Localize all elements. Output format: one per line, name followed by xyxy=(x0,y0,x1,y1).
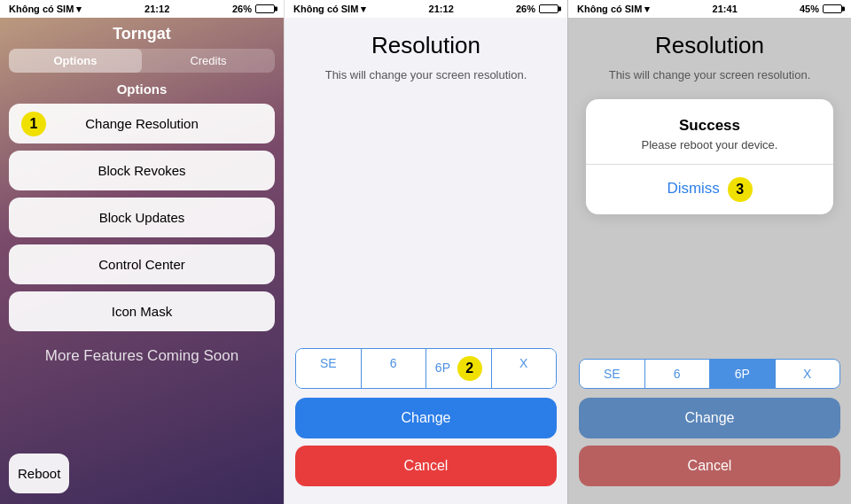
resolution-segments-2: SE 6 6P 2 X xyxy=(295,348,557,389)
tabs-container: Options Credits xyxy=(9,49,275,73)
cancel-button-2[interactable]: Cancel xyxy=(295,446,557,486)
panel-resolution-success: Không có SIM ▾ 21:41 45% Resolution This… xyxy=(567,0,851,504)
block-revokes-button[interactable]: Block Revokes xyxy=(9,151,275,190)
success-card: Success Please reboot your device. Dismi… xyxy=(586,99,833,214)
seg-x-3[interactable]: X xyxy=(776,360,840,388)
signal-1: Không có SIM ▾ xyxy=(9,4,82,15)
seg-se-2[interactable]: SE xyxy=(296,349,362,388)
signal-3: Không có SIM ▾ xyxy=(577,4,650,15)
section-title: Options xyxy=(0,78,284,104)
panel3-subtitle: This will change your screen resolution. xyxy=(568,65,851,99)
seg-x-2[interactable]: X xyxy=(492,349,557,388)
battery-pct-2: 26% xyxy=(516,4,535,14)
change-resolution-button[interactable]: 1 Change Resolution xyxy=(9,104,275,143)
block-updates-label: Block Updates xyxy=(99,210,185,225)
reboot-button[interactable]: Reboot xyxy=(9,454,69,493)
reboot-label: Reboot xyxy=(18,466,60,481)
panel2-subtitle: This will change your screen resolution. xyxy=(285,65,567,99)
seg-6p-3[interactable]: 6P xyxy=(710,360,776,388)
success-msg: Please reboot your device. xyxy=(600,138,819,151)
panel3-bottom: SE 6 6P X Change Cancel xyxy=(568,359,851,504)
options-list: 1 Change Resolution Block Revokes Block … xyxy=(0,104,284,331)
panel2-bottom: SE 6 6P 2 X Change Cancel xyxy=(285,348,567,504)
icon-mask-label: Icon Mask xyxy=(112,304,172,319)
dismiss-button[interactable]: Dismiss 3 xyxy=(600,165,819,214)
battery-icon-3 xyxy=(823,4,842,13)
battery-icon-1 xyxy=(255,4,275,13)
panel3-title: Resolution xyxy=(568,18,851,65)
panel2-title: Resolution xyxy=(285,18,567,65)
status-bar-1: Không có SIM ▾ 21:12 26% xyxy=(0,0,284,18)
block-updates-button[interactable]: Block Updates xyxy=(9,198,275,237)
status-bar-3: Không có SIM ▾ 21:41 45% xyxy=(568,0,851,18)
panel-resolution-change: Không có SIM ▾ 21:12 26% Resolution This… xyxy=(284,0,567,504)
battery-area-2: 26% xyxy=(516,4,558,14)
icon-mask-button[interactable]: Icon Mask xyxy=(9,291,275,331)
badge-num-3: 3 xyxy=(728,177,753,202)
control-center-button[interactable]: Control Center xyxy=(9,244,275,284)
change-button-3[interactable]: Change xyxy=(579,398,840,438)
seg-6-3[interactable]: 6 xyxy=(645,360,711,388)
change-button-2[interactable]: Change xyxy=(295,398,557,438)
more-features-text: More Features Coming Soon xyxy=(0,331,284,381)
battery-pct-3: 45% xyxy=(800,4,819,14)
seg-6-2[interactable]: 6 xyxy=(362,349,427,388)
panel-options: Không có SIM ▾ 21:12 26% Torngat Options… xyxy=(0,0,284,504)
signal-2: Không có SIM ▾ xyxy=(293,4,366,15)
battery-icon-2 xyxy=(539,4,558,13)
time-2: 21:12 xyxy=(429,4,454,14)
seg-6p-2[interactable]: 6P 2 xyxy=(426,349,492,388)
block-revokes-label: Block Revokes xyxy=(98,163,185,178)
tab-options[interactable]: Options xyxy=(9,49,142,73)
badge-1: 1 xyxy=(21,112,46,136)
resolution-segments-3: SE 6 6P X xyxy=(579,359,840,389)
time-3: 21:41 xyxy=(713,4,738,14)
time-1: 21:12 xyxy=(144,4,169,14)
cancel-button-3[interactable]: Cancel xyxy=(579,446,840,486)
battery-pct-1: 26% xyxy=(232,4,252,14)
success-title: Success xyxy=(600,117,819,135)
control-center-label: Control Center xyxy=(98,257,185,272)
badge-num-2: 2 xyxy=(457,356,482,381)
change-resolution-label: Change Resolution xyxy=(85,116,199,131)
app-title: Torngat xyxy=(0,18,284,49)
reboot-area: Reboot xyxy=(9,454,275,493)
battery-area-1: 26% xyxy=(232,4,275,14)
tab-credits[interactable]: Credits xyxy=(142,49,275,73)
status-bar-2: Không có SIM ▾ 21:12 26% xyxy=(285,0,567,18)
seg-se-3[interactable]: SE xyxy=(580,360,645,388)
battery-area-3: 45% xyxy=(800,4,842,14)
